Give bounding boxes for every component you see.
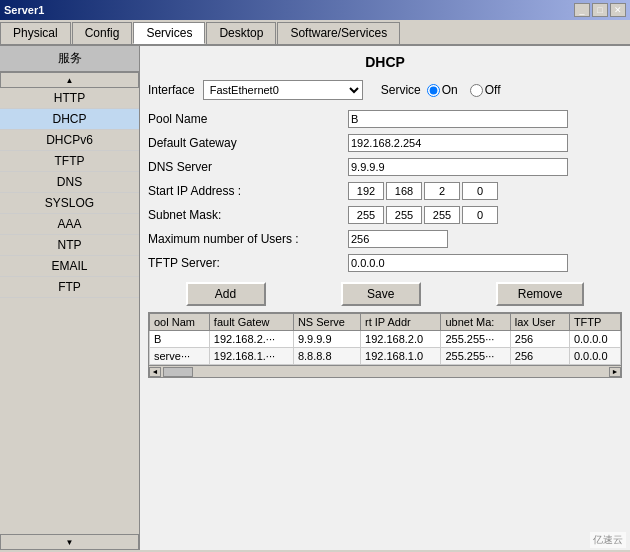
table-cell: 255.255··· <box>441 331 510 348</box>
tab-physical[interactable]: Physical <box>0 22 71 44</box>
tftp-server-label: TFTP Server: <box>148 256 348 270</box>
max-users-label: Maximum number of Users : <box>148 232 348 246</box>
start-ip-row: Start IP Address : <box>148 182 622 200</box>
th-start-ip: rt IP Addr <box>361 314 441 331</box>
radio-on-label: On <box>442 83 458 97</box>
scrollbar-up-button[interactable]: ▲ <box>0 72 139 88</box>
radio-on[interactable]: On <box>427 83 458 97</box>
tftp-server-input[interactable] <box>348 254 568 272</box>
button-row: Add Save Remove <box>148 282 622 306</box>
table-cell: 256 <box>510 348 569 365</box>
default-gateway-input[interactable] <box>348 134 568 152</box>
radio-off[interactable]: Off <box>470 83 501 97</box>
radio-on-input[interactable] <box>427 84 440 97</box>
sidebar-item-ftp[interactable]: FTP <box>0 277 139 298</box>
table-cell: 0.0.0.0 <box>569 331 620 348</box>
th-default-gateway: fault Gatew <box>209 314 293 331</box>
radio-off-input[interactable] <box>470 84 483 97</box>
window-controls: _ □ ✕ <box>574 3 626 17</box>
table-cell: 0.0.0.0 <box>569 348 620 365</box>
table-cell: 192.168.2.0 <box>361 331 441 348</box>
dns-server-row: DNS Server <box>148 158 622 176</box>
save-button[interactable]: Save <box>341 282 421 306</box>
default-gateway-label: Default Gateway <box>148 136 348 150</box>
table-cell: 256 <box>510 331 569 348</box>
subnet-mask-row: Subnet Mask: <box>148 206 622 224</box>
tab-bar: Physical Config Services Desktop Softwar… <box>0 20 630 46</box>
scrollbar-down-button[interactable]: ▼ <box>0 534 139 550</box>
dhcp-table-body: B192.168.2.···9.9.9.9192.168.2.0255.255·… <box>150 331 621 365</box>
subnet-mask-inputs <box>348 206 498 224</box>
tab-config[interactable]: Config <box>72 22 133 44</box>
remove-button[interactable]: Remove <box>496 282 585 306</box>
dhcp-table-scroll[interactable]: ool Nam fault Gatew NS Serve rt IP Addr … <box>149 313 621 365</box>
tab-services[interactable]: Services <box>133 22 205 44</box>
th-dns-server: NS Serve <box>293 314 360 331</box>
th-subnet-mask: ubnet Ma: <box>441 314 510 331</box>
table-cell: B <box>150 331 210 348</box>
sidebar-item-http[interactable]: HTTP <box>0 88 139 109</box>
table-cell: 192.168.2.··· <box>209 331 293 348</box>
tab-desktop[interactable]: Desktop <box>206 22 276 44</box>
start-ip-octet1[interactable] <box>348 182 384 200</box>
sidebar-item-aaa[interactable]: AAA <box>0 214 139 235</box>
start-ip-octet4[interactable] <box>462 182 498 200</box>
main-layout: 服务 ▲ HTTP DHCP DHCPv6 TFTP DNS SYSLOG AA… <box>0 46 630 550</box>
th-pool-name: ool Nam <box>150 314 210 331</box>
sidebar-item-tftp[interactable]: TFTP <box>0 151 139 172</box>
sidebar-item-syslog[interactable]: SYSLOG <box>0 193 139 214</box>
tftp-server-row: TFTP Server: <box>148 254 622 272</box>
sidebar-header: 服务 <box>0 46 139 72</box>
th-tftp: TFTP <box>569 314 620 331</box>
horizontal-scrollbar[interactable]: ◄ ► <box>149 365 621 377</box>
subnet-octet2[interactable] <box>386 206 422 224</box>
th-max-users: lax User <box>510 314 569 331</box>
table-row[interactable]: B192.168.2.···9.9.9.9192.168.2.0255.255·… <box>150 331 621 348</box>
table-row[interactable]: serve···192.168.1.···8.8.8.8192.168.1.02… <box>150 348 621 365</box>
interface-label: Interface <box>148 83 195 97</box>
pool-name-input[interactable] <box>348 110 568 128</box>
add-button[interactable]: Add <box>186 282 266 306</box>
window-title: Server1 <box>4 4 44 16</box>
title-bar: Server1 _ □ ✕ <box>0 0 630 20</box>
table-header-row: ool Nam fault Gatew NS Serve rt IP Addr … <box>150 314 621 331</box>
dhcp-content: DHCP Interface FastEthernet0 Service On … <box>140 46 630 550</box>
scroll-right-button[interactable]: ► <box>609 367 621 377</box>
start-ip-octet3[interactable] <box>424 182 460 200</box>
scroll-left-button[interactable]: ◄ <box>149 367 161 377</box>
radio-group: On Off <box>427 83 501 97</box>
radio-off-label: Off <box>485 83 501 97</box>
tab-software-services[interactable]: Software/Services <box>277 22 400 44</box>
sidebar-item-dhcp[interactable]: DHCP <box>0 109 139 130</box>
scroll-thumb[interactable] <box>163 367 193 377</box>
sidebar-item-dhcpv6[interactable]: DHCPv6 <box>0 130 139 151</box>
table-cell: serve··· <box>150 348 210 365</box>
start-ip-label: Start IP Address : <box>148 184 348 198</box>
subnet-octet4[interactable] <box>462 206 498 224</box>
table-cell: 8.8.8.8 <box>293 348 360 365</box>
interface-row: Interface FastEthernet0 Service On Off <box>148 80 622 100</box>
maximize-button[interactable]: □ <box>592 3 608 17</box>
dhcp-title: DHCP <box>148 54 622 70</box>
service-group: Service On Off <box>381 83 501 97</box>
subnet-mask-label: Subnet Mask: <box>148 208 348 222</box>
start-ip-octet2[interactable] <box>386 182 422 200</box>
service-label: Service <box>381 83 421 97</box>
interface-select[interactable]: FastEthernet0 <box>203 80 363 100</box>
dhcp-table: ool Nam fault Gatew NS Serve rt IP Addr … <box>149 313 621 365</box>
pool-name-label: Pool Name <box>148 112 348 126</box>
minimize-button[interactable]: _ <box>574 3 590 17</box>
sidebar-item-dns[interactable]: DNS <box>0 172 139 193</box>
sidebar-item-ntp[interactable]: NTP <box>0 235 139 256</box>
close-button[interactable]: ✕ <box>610 3 626 17</box>
default-gateway-row: Default Gateway <box>148 134 622 152</box>
subnet-octet1[interactable] <box>348 206 384 224</box>
pool-name-row: Pool Name <box>148 110 622 128</box>
watermark: 亿速云 <box>590 532 626 548</box>
subnet-octet3[interactable] <box>424 206 460 224</box>
dns-server-input[interactable] <box>348 158 568 176</box>
max-users-input[interactable] <box>348 230 448 248</box>
sidebar: 服务 ▲ HTTP DHCP DHCPv6 TFTP DNS SYSLOG AA… <box>0 46 140 550</box>
sidebar-item-email[interactable]: EMAIL <box>0 256 139 277</box>
table-cell: 192.168.1.··· <box>209 348 293 365</box>
